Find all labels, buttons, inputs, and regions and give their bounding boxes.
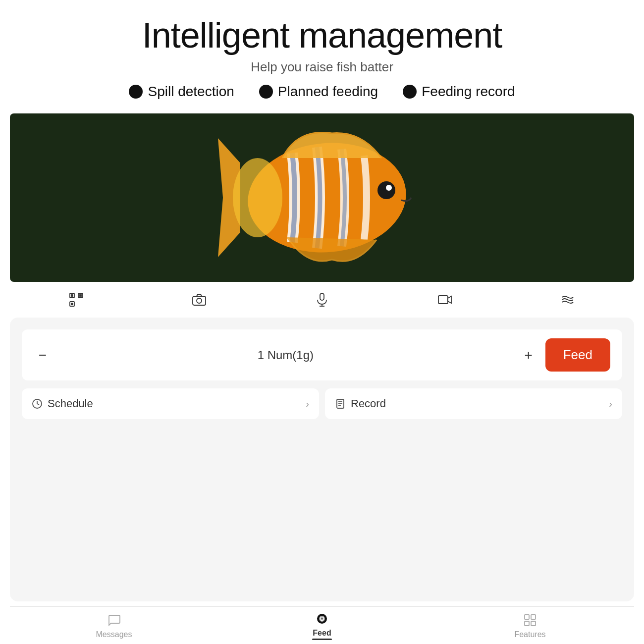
left-messages-label: Messages xyxy=(96,630,132,639)
features-row: Spill detection Planned feeding Feeding … xyxy=(129,84,515,100)
left-nav-messages-wrapper: Messages xyxy=(10,612,218,639)
left-nav-items: Messages Feed xyxy=(10,611,634,640)
svg-rect-27 xyxy=(531,621,536,626)
svg-rect-15 xyxy=(438,296,448,304)
left-nav-features-wrapper: Features xyxy=(426,612,634,639)
svg-point-11 xyxy=(197,298,202,303)
feature-dot-spill xyxy=(129,85,143,99)
left-feed-icon xyxy=(314,611,330,627)
schedule-chevron: › xyxy=(306,398,309,410)
left-fish-image xyxy=(10,113,634,282)
svg-rect-12 xyxy=(320,293,324,300)
left-nav-messages[interactable]: Messages xyxy=(96,612,132,639)
left-camera-icon[interactable] xyxy=(190,291,208,309)
record-action-left: Record xyxy=(335,397,386,410)
amount-display: 1 Num(1g) xyxy=(59,348,512,362)
left-nav-feed-wrapper: Feed xyxy=(218,611,426,640)
svg-point-1 xyxy=(233,158,282,237)
clock-icon xyxy=(32,398,43,409)
feature-planned: Planned feeding xyxy=(259,84,378,100)
main-title: Intelligent management xyxy=(129,15,515,55)
header: Intelligent management Help you raise fi… xyxy=(119,0,525,105)
decrease-button[interactable]: − xyxy=(34,346,52,364)
left-controls xyxy=(10,282,634,318)
feed-controls: − 1 Num(1g) + Feed Schedul xyxy=(22,329,622,419)
left-scan-icon[interactable] xyxy=(67,291,85,309)
record-chevron: › xyxy=(609,398,612,410)
left-feed-active-indicator xyxy=(312,639,332,640)
panels: − 1 Num(1g) + Feed Schedul xyxy=(10,113,634,644)
amount-row: − 1 Num(1g) + Feed xyxy=(22,329,622,380)
svg-point-2 xyxy=(377,181,395,199)
feature-label-planned: Planned feeding xyxy=(278,84,378,100)
feature-record: Feeding record xyxy=(403,84,515,100)
amount-unit: Num(1g) xyxy=(268,348,314,362)
subtitle: Help you raise fish batter xyxy=(129,59,515,75)
left-features-label: Features xyxy=(514,630,545,639)
left-panel: − 1 Num(1g) + Feed Schedul xyxy=(10,113,634,644)
increase-button[interactable]: + xyxy=(520,346,537,364)
record-action[interactable]: Record › xyxy=(325,388,622,419)
svg-point-23 xyxy=(321,618,323,620)
feature-label-record: Feeding record xyxy=(422,84,515,100)
feed-button[interactable]: Feed xyxy=(545,338,610,372)
svg-rect-8 xyxy=(80,295,81,296)
left-bottom-card: − 1 Num(1g) + Feed Schedul xyxy=(10,318,634,601)
left-mic-icon[interactable] xyxy=(313,291,331,309)
feature-dot-planned xyxy=(259,85,273,99)
svg-rect-10 xyxy=(193,296,206,305)
feature-dot-record xyxy=(403,85,417,99)
feature-label-spill: Spill detection xyxy=(148,84,234,100)
left-nav: Messages Feed xyxy=(10,606,634,644)
left-nav-features[interactable]: Features xyxy=(514,612,545,639)
svg-rect-25 xyxy=(531,615,536,619)
left-video-icon[interactable] xyxy=(436,291,454,309)
svg-rect-24 xyxy=(525,615,529,619)
svg-rect-9 xyxy=(71,303,73,305)
svg-rect-7 xyxy=(71,295,73,296)
left-feed-label: Feed xyxy=(313,629,331,638)
left-messages-icon xyxy=(106,612,122,628)
schedule-action-left: Schedule xyxy=(32,397,93,410)
svg-point-3 xyxy=(386,185,392,191)
record-label: Record xyxy=(351,397,386,410)
action-row: Schedule › xyxy=(22,388,622,419)
svg-rect-26 xyxy=(525,621,529,626)
left-features-icon xyxy=(522,612,538,628)
feature-spill: Spill detection xyxy=(129,84,234,100)
left-nav-feed[interactable]: Feed xyxy=(313,611,331,638)
doc-icon xyxy=(335,398,346,409)
schedule-label: Schedule xyxy=(48,397,93,410)
amount-value: 1 xyxy=(258,348,268,362)
left-menu-icon[interactable] xyxy=(559,291,577,309)
left-fish-svg xyxy=(193,113,451,282)
schedule-action[interactable]: Schedule › xyxy=(22,388,319,419)
